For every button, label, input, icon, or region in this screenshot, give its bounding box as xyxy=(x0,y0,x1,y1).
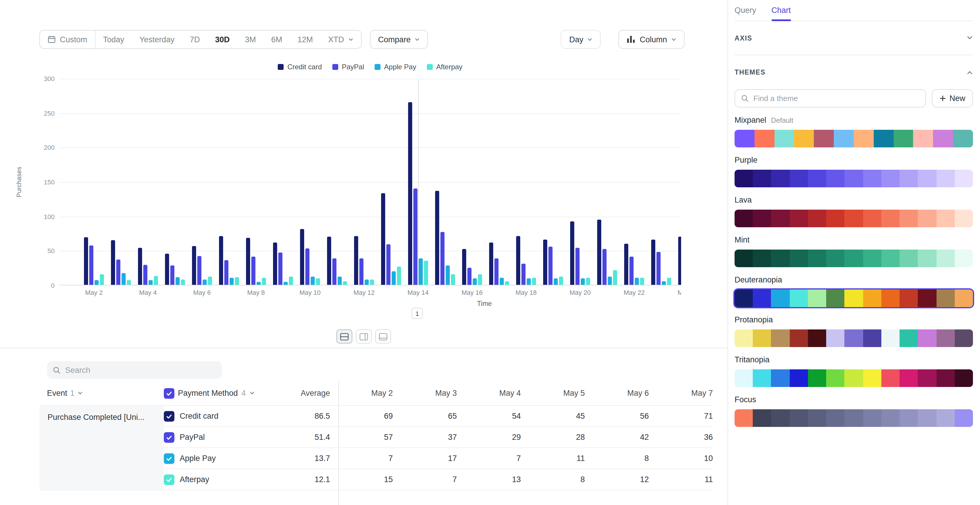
bar-credit-card[interactable] xyxy=(354,236,358,285)
select-all-checkbox[interactable] xyxy=(164,388,174,398)
bar-credit-card[interactable] xyxy=(84,237,88,285)
interval-select[interactable]: Day xyxy=(561,30,601,49)
chart-type-select[interactable]: Column xyxy=(619,30,685,49)
bar-credit-card[interactable] xyxy=(624,244,628,285)
bar-paypal[interactable] xyxy=(278,253,282,285)
bar-apple-pay[interactable] xyxy=(229,278,234,285)
bar-paypal[interactable] xyxy=(143,265,147,285)
bar-credit-card[interactable] xyxy=(408,102,412,285)
bar-afterpay[interactable] xyxy=(640,278,644,285)
bar-paypal[interactable] xyxy=(522,264,525,285)
theme-swatch[interactable] xyxy=(735,330,973,347)
bar-credit-card[interactable] xyxy=(543,240,547,285)
date-column-header[interactable]: May 4 xyxy=(457,389,521,398)
date-column-header[interactable]: May 5 xyxy=(521,389,585,398)
bar-afterpay[interactable] xyxy=(532,278,536,285)
bar-credit-card[interactable] xyxy=(300,229,304,285)
bar-afterpay[interactable] xyxy=(478,274,482,285)
bar-paypal[interactable] xyxy=(657,252,660,285)
bar-paypal[interactable] xyxy=(224,260,228,285)
bottom-panel-layout-toggle[interactable] xyxy=(375,330,391,344)
theme-swatch[interactable] xyxy=(735,250,973,267)
bar-credit-card[interactable] xyxy=(570,221,574,285)
bar-afterpay[interactable] xyxy=(181,279,185,285)
bar-afterpay[interactable] xyxy=(451,274,455,285)
date-column-header[interactable]: May 3 xyxy=(393,389,457,398)
bar-afterpay[interactable] xyxy=(424,261,428,285)
bar-paypal[interactable] xyxy=(576,248,579,285)
bar-credit-card[interactable] xyxy=(516,236,520,285)
compare-button[interactable]: Compare xyxy=(370,30,428,49)
bar-paypal[interactable] xyxy=(116,260,120,285)
pagination-page-button[interactable]: 1 xyxy=(412,308,423,319)
bar-credit-card[interactable] xyxy=(273,242,277,285)
theme-swatch[interactable] xyxy=(735,370,973,387)
bar-afterpay[interactable] xyxy=(586,278,590,285)
axis-section-header[interactable]: AXIS xyxy=(735,21,973,55)
range-xtd[interactable]: XTD xyxy=(321,30,361,48)
average-column-header[interactable]: Average xyxy=(258,389,330,398)
bar-paypal[interactable] xyxy=(495,258,498,285)
bar-credit-card[interactable] xyxy=(489,242,493,285)
bar-afterpay[interactable] xyxy=(289,277,293,285)
bar-paypal[interactable] xyxy=(441,232,444,285)
bar-apple-pay[interactable] xyxy=(94,280,99,285)
bar-apple-pay[interactable] xyxy=(418,258,423,285)
bar-apple-pay[interactable] xyxy=(364,279,369,285)
bar-apple-pay[interactable] xyxy=(121,273,126,285)
bar-credit-card[interactable] xyxy=(597,220,601,285)
bar-afterpay[interactable] xyxy=(235,277,239,285)
bar-paypal[interactable] xyxy=(305,249,309,285)
date-column-header[interactable]: May 2 xyxy=(338,389,393,398)
range-7d[interactable]: 7D xyxy=(182,30,208,48)
theme-swatch[interactable] xyxy=(735,290,973,307)
tab-chart[interactable]: Chart xyxy=(772,0,791,21)
bar-apple-pay[interactable] xyxy=(256,282,261,285)
legend-item-afterpay[interactable]: Afterpay xyxy=(427,63,462,71)
bar-paypal[interactable] xyxy=(360,258,363,285)
bar-apple-pay[interactable] xyxy=(500,278,504,285)
bar-apple-pay[interactable] xyxy=(310,277,315,285)
bar-afterpay[interactable] xyxy=(505,281,509,285)
theme-swatch[interactable] xyxy=(735,409,973,427)
bar-paypal[interactable] xyxy=(630,256,633,285)
bar-apple-pay[interactable] xyxy=(527,278,531,285)
search-input[interactable] xyxy=(65,366,216,374)
bar-afterpay[interactable] xyxy=(613,270,617,285)
bar-credit-card[interactable] xyxy=(462,249,466,285)
bar-afterpay[interactable] xyxy=(316,278,320,285)
bar-afterpay[interactable] xyxy=(262,278,266,285)
theme-swatch[interactable] xyxy=(735,170,973,187)
checkbox-afterpay[interactable] xyxy=(164,474,174,485)
legend-item-apple-pay[interactable]: Apple Pay xyxy=(375,63,416,71)
bar-afterpay[interactable] xyxy=(127,280,131,285)
bar-afterpay[interactable] xyxy=(154,276,158,285)
bar-paypal[interactable] xyxy=(387,244,390,285)
bar-paypal[interactable] xyxy=(603,249,606,285)
bar-apple-pay[interactable] xyxy=(148,280,153,285)
range-12m[interactable]: 12M xyxy=(290,30,321,48)
bar-apple-pay[interactable] xyxy=(473,278,477,285)
bar-credit-card[interactable] xyxy=(165,254,169,285)
bar-afterpay[interactable] xyxy=(208,277,212,285)
split-columns-layout-toggle[interactable] xyxy=(356,330,372,344)
bar-afterpay[interactable] xyxy=(343,281,347,285)
bar-apple-pay[interactable] xyxy=(202,279,207,285)
payment-method-column-header[interactable]: Payment Method 4 xyxy=(164,388,258,398)
bar-credit-card[interactable] xyxy=(327,237,331,285)
bar-afterpay[interactable] xyxy=(559,277,563,285)
bar-paypal[interactable] xyxy=(468,268,471,285)
date-column-header[interactable]: May 6 xyxy=(585,389,649,398)
range-custom[interactable]: Custom xyxy=(40,30,95,48)
split-rows-layout-toggle[interactable] xyxy=(336,330,352,344)
date-column-header[interactable]: May 7 xyxy=(649,389,713,398)
range-today[interactable]: Today xyxy=(95,30,132,48)
legend-item-credit-card[interactable]: Credit card xyxy=(278,63,322,71)
bar-paypal[interactable] xyxy=(332,258,336,285)
bar-afterpay[interactable] xyxy=(370,279,374,285)
bar-apple-pay[interactable] xyxy=(283,282,288,285)
checkbox-paypal[interactable] xyxy=(164,432,174,443)
bar-apple-pay[interactable] xyxy=(608,277,612,285)
bar-credit-card[interactable] xyxy=(651,240,655,285)
bar-apple-pay[interactable] xyxy=(581,278,585,285)
